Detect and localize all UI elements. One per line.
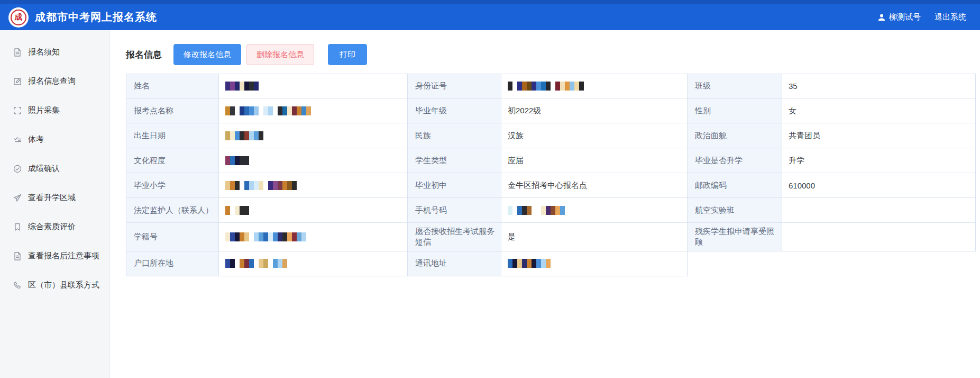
field-mailing-address-value: [501, 251, 688, 276]
sidebar-item-district-contact-info[interactable]: 区（市）县联系方式: [0, 271, 109, 300]
main-content: 报名信息 修改报名信息 删除报名信息 打印 姓名身份证号班级35报考点名称毕业年…: [110, 30, 980, 378]
field-guardian-value: [219, 198, 408, 223]
app-logo: 成: [8, 7, 29, 28]
sidebar-item-label: 综合素质评价: [28, 222, 76, 232]
sidebar-item-label: 区（市）县联系方式: [28, 280, 99, 290]
check-circle-icon: [13, 164, 22, 174]
print-button[interactable]: 打印: [328, 44, 367, 65]
field-postal-code-label: 邮政编码: [688, 173, 782, 198]
field-junior-high-value: 金牛区招考中心报名点: [501, 173, 688, 198]
field-mailing-address-label: 通讯地址: [408, 251, 501, 276]
table-row: 报考点名称毕业年级初2022级性别女: [126, 98, 980, 123]
table-row: 户口所在地通讯地址: [126, 251, 980, 276]
table-row: 姓名身份证号班级35: [126, 74, 980, 98]
table-row: 法定监护人（联系人）手机号码航空实验班: [126, 198, 980, 223]
field-birth-date-label: 出生日期: [126, 123, 219, 148]
redacted-mailing-address: [508, 259, 551, 268]
sidebar-item-registration-notice[interactable]: 报名须知: [0, 38, 109, 67]
redacted-guardian: [225, 206, 249, 215]
table-row: 学籍号愿否接收招生考试服务短信是残疾学生拟申请享受照顾: [126, 223, 980, 251]
field-id-number-value: [501, 74, 688, 98]
redacted-id-number: [508, 82, 584, 91]
field-disability-care-label: 残疾学生拟申请享受照顾: [688, 223, 782, 251]
field-id-number-label: 身份证号: [408, 74, 501, 98]
sidebar-item-label: 查看升学区域: [28, 193, 76, 203]
redacted-student-id: [225, 232, 306, 241]
field-residence-value: [219, 251, 408, 276]
field-reg-point-label: 报考点名称: [126, 98, 219, 123]
redacted-education-level: [225, 156, 249, 165]
phone-icon: [13, 281, 22, 290]
redacted-birth-date: [225, 131, 263, 140]
field-further-study-value: 升学: [782, 148, 976, 173]
page-title: 报名信息: [126, 49, 162, 61]
field-birth-date-value: [219, 123, 408, 148]
logo-character: 成: [15, 12, 23, 22]
table-row: 出生日期民族汉族政治面貌共青团员: [126, 123, 980, 148]
field-aviation-class-value: [782, 198, 976, 223]
field-graduation-grade-label: 毕业年级: [408, 98, 501, 123]
sidebar-menu: 报名须知报名信息查询照片采集体考成绩确认查看升学区域综合素质评价查看报名后注意事…: [0, 30, 110, 378]
field-phone-label: 手机号码: [408, 198, 501, 223]
field-phone-value: [501, 198, 688, 223]
edit-registration-button[interactable]: 修改报名信息: [173, 44, 241, 65]
user-account-menu[interactable]: 柳测试号: [877, 12, 921, 22]
scan-icon: [13, 106, 22, 115]
field-sms-consent-label: 愿否接收招生考试服务短信: [408, 223, 501, 251]
delete-registration-button[interactable]: 删除报名信息: [246, 44, 314, 65]
sidebar-item-label: 体考: [28, 134, 44, 145]
sidebar-item-quality-evaluation[interactable]: 综合素质评价: [0, 212, 109, 241]
field-student-id-label: 学籍号: [126, 223, 219, 251]
field-education-level-value: [219, 148, 408, 173]
field-primary-school-value: [219, 173, 408, 198]
field-residence-label: 户口所在地: [126, 251, 219, 276]
username: 柳测试号: [889, 12, 921, 22]
field-disability-care-value: [782, 223, 976, 251]
redacted-name: [225, 82, 259, 91]
document-icon: [13, 48, 22, 57]
sidebar-item-physical-exam[interactable]: 体考: [0, 125, 109, 154]
field-class-label: 班级: [688, 74, 782, 98]
field-name-label: 姓名: [126, 74, 219, 98]
field-name-value: [219, 74, 408, 98]
sidebar-item-label: 照片采集: [28, 105, 60, 115]
redacted-reg-point: [225, 106, 311, 115]
sidebar-item-label: 报名信息查询: [28, 76, 76, 86]
field-junior-high-label: 毕业初中: [408, 173, 501, 198]
field-political-status-value: 共青团员: [782, 123, 976, 148]
field-class-value: 35: [782, 74, 976, 98]
sidebar-item-photo-collection[interactable]: 照片采集: [0, 96, 109, 125]
info-table: 姓名身份证号班级35报考点名称毕业年级初2022级性别女出生日期民族汉族政治面貌…: [126, 74, 980, 276]
field-further-study-label: 毕业是否升学: [688, 148, 782, 173]
field-graduation-grade-value: 初2022级: [501, 98, 688, 123]
field-primary-school-label: 毕业小学: [126, 173, 219, 198]
sidebar-item-label: 成绩确认: [28, 164, 60, 174]
field-ethnicity-label: 民族: [408, 123, 501, 148]
redacted-residence: [225, 259, 287, 268]
table-row: 毕业小学毕业初中金牛区招考中心报名点邮政编码610000: [126, 173, 980, 198]
field-political-status-label: 政治面貌: [688, 123, 782, 148]
field-sms-consent-value: 是: [501, 223, 688, 251]
logout-button[interactable]: 退出系统: [935, 12, 966, 22]
field-student-type-label: 学生类型: [408, 148, 501, 173]
app-title: 成都市中考网上报名系统: [35, 10, 157, 24]
document-icon: [13, 251, 22, 261]
redacted-phone: [508, 206, 565, 215]
edit-square-icon: [13, 77, 22, 86]
field-guardian-label: 法定监护人（联系人）: [126, 198, 219, 223]
field-student-type-value: 应届: [501, 148, 688, 173]
field-gender-value: 女: [782, 98, 976, 123]
sidebar-item-post-registration-notes[interactable]: 查看报名后注意事项: [0, 241, 109, 271]
sidebar-item-view-enrollment-area[interactable]: 查看升学区域: [0, 183, 109, 212]
field-reg-point-value: [219, 98, 408, 123]
sidebar-item-score-confirmation[interactable]: 成绩确认: [0, 154, 109, 183]
bookmark-icon: [13, 222, 22, 232]
field-ethnicity-value: 汉族: [501, 123, 688, 148]
table-row: 文化程度学生类型应届毕业是否升学升学: [126, 148, 980, 173]
field-aviation-class-label: 航空实验班: [688, 198, 782, 223]
user-icon: [877, 13, 886, 22]
top-header-bar: 成 成都市中考网上报名系统 柳测试号 退出系统: [0, 0, 980, 30]
sidebar-item-registration-info-query[interactable]: 报名信息查询: [0, 67, 109, 96]
seal-icon: 成: [11, 10, 26, 25]
redacted-primary-school: [225, 181, 297, 190]
